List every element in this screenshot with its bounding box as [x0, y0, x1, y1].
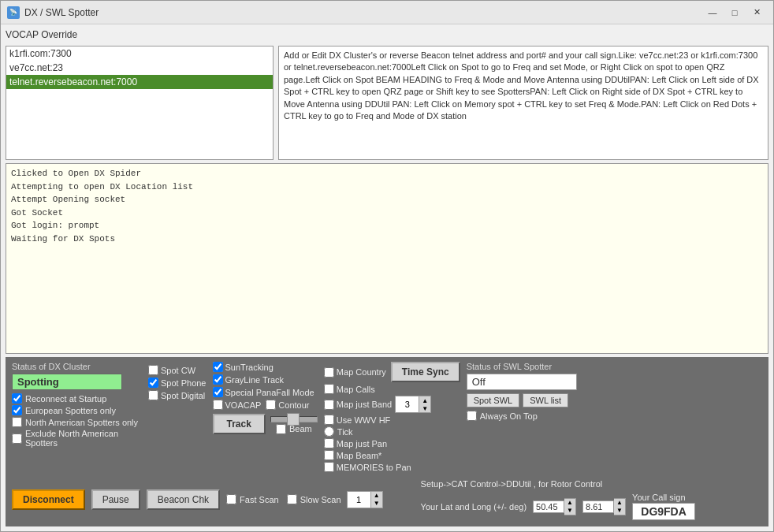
map-just-band-item: Map just Band	[324, 400, 392, 410]
map-just-pan-label: Map just Pan	[337, 439, 387, 448]
spot-swl-button[interactable]: Spot SWL	[467, 393, 520, 407]
tick-label: Tick	[337, 427, 353, 437]
grayline-label: GrayLine Track	[225, 375, 285, 385]
map-beam-label: Map Beam*	[337, 451, 381, 460]
lat-down-btn[interactable]: ▼	[564, 507, 575, 515]
spot-phone-row: Spot Phone	[148, 378, 207, 388]
rotor-info-section: Setup->CAT Control->DDUtil , for Rotor C…	[421, 478, 695, 520]
app-icon: 📡	[7, 6, 20, 19]
maximize-button[interactable]: □	[724, 5, 745, 20]
map-just-pan-checkbox[interactable]	[324, 438, 334, 448]
beam-checkbox[interactable]	[276, 424, 286, 434]
beacon-chk-button[interactable]: Beacon Chk	[147, 489, 220, 510]
log-line: Waiting for DX Spots	[11, 233, 763, 246]
pause-button[interactable]: Pause	[91, 489, 140, 510]
slow-scan-up-btn[interactable]: ▲	[371, 492, 382, 500]
exclude-na-row: Exclude North American Spotters	[12, 429, 142, 448]
server-item[interactable]	[6, 89, 273, 92]
server-list-container: k1rfi.com:7300 ve7cc.net:23 telnet.rever…	[6, 46, 274, 160]
spot-cw-row: Spot CW	[148, 365, 207, 375]
callsign-box: DG9FDA	[632, 503, 695, 520]
grayline-checkbox[interactable]	[213, 374, 223, 385]
minimize-button[interactable]: —	[702, 5, 723, 20]
long-input[interactable]	[582, 500, 614, 513]
map-calls-row: Map Calls	[324, 384, 460, 394]
swl-section: Status of SWL Spotter Off Spot SWL SWL l…	[467, 362, 605, 421]
swl-list-button[interactable]: SWL list	[523, 393, 568, 407]
server-item[interactable]: k1rfi.com:7300	[6, 47, 273, 61]
main-content: VOCAP Override k1rfi.com:7300 ve7cc.net:…	[1, 24, 773, 531]
voacap-checkbox[interactable]	[213, 400, 223, 410]
server-item-selected[interactable]: telnet.reversebeacon.net:7000	[6, 75, 273, 89]
lat-input[interactable]	[533, 500, 564, 513]
exclude-na-label: Exclude North American Spotters	[25, 429, 142, 448]
memories-to-pan-label: MEMORIES to Pan	[337, 463, 411, 472]
slow-scan-checkbox[interactable]	[287, 494, 297, 504]
bottom-panel: Status of DX Cluster Spotting Reconnect …	[6, 357, 768, 526]
swl-status-label: Status of SWL Spotter	[467, 362, 605, 371]
special-panafall-checkbox[interactable]	[213, 387, 223, 397]
cluster-status-section: Status of DX Cluster Spotting Reconnect …	[12, 362, 142, 449]
european-row: European Spotters only	[12, 405, 142, 415]
map-calls-label: Map Calls	[337, 385, 375, 394]
spot-cw-label: Spot CW	[161, 366, 195, 375]
rotor-info-text: Setup->CAT Control->DDUtil , for Rotor C…	[421, 478, 695, 490]
slow-scan-input[interactable]	[347, 491, 370, 508]
log-line: Attempting to open DX Location list	[11, 180, 763, 194]
map-band-up-btn[interactable]: ▲	[419, 396, 430, 404]
use-wwv-label: Use WWV HF	[337, 415, 390, 425]
north-american-checkbox[interactable]	[12, 417, 22, 427]
fast-scan-checkbox[interactable]	[226, 494, 236, 504]
close-button[interactable]: ✕	[746, 5, 767, 20]
map-band-down-btn[interactable]: ▼	[419, 404, 430, 412]
disconnect-button[interactable]: Disconnect	[12, 489, 85, 510]
swl-buttons: Spot SWL SWL list	[467, 393, 605, 407]
map-just-band-checkbox[interactable]	[324, 400, 334, 410]
map-band-stepper-btns: ▲ ▼	[419, 396, 431, 413]
slow-scan-down-btn[interactable]: ▼	[371, 500, 382, 508]
european-label: European Spotters only	[25, 406, 116, 415]
special-panafall-row: Special PanaFall Mode	[213, 387, 318, 397]
map-beam-checkbox[interactable]	[324, 450, 334, 460]
window-controls: — □ ✕	[702, 5, 767, 20]
track-button[interactable]: Track	[213, 414, 266, 434]
time-sync-button[interactable]: Time Sync	[391, 362, 460, 382]
map-just-band-row: Map just Band ▲ ▼	[324, 396, 460, 413]
server-list[interactable]: k1rfi.com:7300 ve7cc.net:23 telnet.rever…	[6, 46, 274, 160]
exclude-na-checkbox[interactable]	[12, 433, 22, 444]
lat-up-btn[interactable]: ▲	[564, 499, 575, 507]
reconnect-label: Reconnect at Startup	[25, 394, 106, 404]
beam-slider-thumb[interactable]	[287, 413, 300, 426]
european-checkbox[interactable]	[12, 405, 22, 415]
voacap-item: VOACAP	[213, 400, 262, 410]
spot-cw-checkbox[interactable]	[148, 365, 158, 375]
map-band-input[interactable]	[395, 396, 419, 413]
contour-checkbox[interactable]	[266, 400, 276, 410]
fast-scan-label: Fast Scan	[240, 495, 279, 504]
log-line: Got Socket	[11, 206, 763, 220]
sun-tracking-checkbox[interactable]	[213, 362, 223, 372]
reconnect-checkbox[interactable]	[12, 393, 22, 404]
grayline-row: GrayLine Track	[213, 374, 318, 385]
section-label: VOCAP Override	[6, 29, 768, 40]
map-country-checkbox[interactable]	[324, 367, 334, 378]
long-down-btn[interactable]: ▼	[614, 507, 625, 515]
cluster-status-value: Spotting	[12, 374, 122, 390]
spot-phone-checkbox[interactable]	[148, 378, 158, 388]
always-on-top-checkbox[interactable]	[467, 411, 477, 421]
long-up-btn[interactable]: ▲	[614, 499, 625, 507]
map-calls-checkbox[interactable]	[324, 384, 334, 394]
server-item[interactable]: ve7cc.net:23	[6, 61, 273, 75]
contour-label: Contour	[278, 400, 309, 410]
lat-stepper: ▲ ▼	[533, 498, 576, 515]
spot-digital-checkbox[interactable]	[148, 390, 158, 400]
help-text: Add or Edit DX Cluster's or reverse Beac…	[278, 46, 768, 160]
lat-spin-btns: ▲ ▼	[564, 498, 576, 515]
beam-slider-track[interactable]	[270, 416, 318, 422]
reconnect-row: Reconnect at Startup	[12, 393, 142, 404]
memories-to-pan-checkbox[interactable]	[324, 462, 334, 472]
tick-row: Tick	[324, 426, 460, 437]
tick-radio[interactable]	[324, 426, 334, 437]
log-line: Got login: prompt	[11, 219, 763, 233]
use-wwv-checkbox[interactable]	[324, 415, 334, 425]
